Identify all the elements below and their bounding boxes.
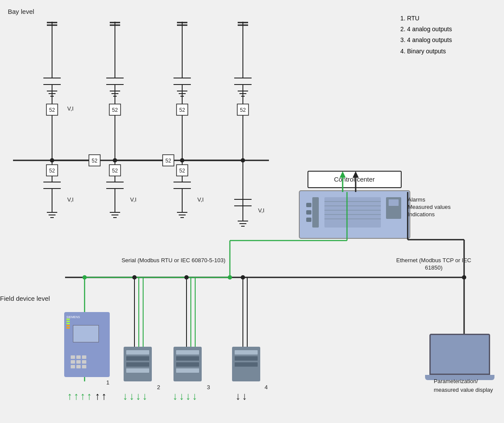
legend-item-3: 3. 4 analog outputs <box>400 35 452 46</box>
svg-text:52: 52 <box>179 107 185 113</box>
svg-rect-115 <box>306 218 311 222</box>
svg-rect-10 <box>46 104 58 115</box>
legend: 1. RTU 2. 4 analog outputs 3. 4 analog o… <box>400 13 452 57</box>
svg-rect-61 <box>177 104 188 115</box>
legend-item-2: 2. 4 analog outputs <box>400 24 452 35</box>
device-4-arrows: ↓ ↓ <box>236 390 247 402</box>
svg-marker-121 <box>353 171 359 178</box>
legend-item-1: 1. RTU <box>400 13 452 24</box>
svg-text:52: 52 <box>179 168 185 174</box>
device-1-rtu: SIEMENS <box>64 312 110 377</box>
device-4-module <box>232 347 260 381</box>
arrow-up-3: ↑ <box>80 390 85 402</box>
svg-rect-116 <box>308 171 401 188</box>
svg-text:52: 52 <box>240 107 246 113</box>
svg-rect-33 <box>109 104 121 115</box>
svg-marker-119 <box>340 171 346 178</box>
svg-text:Alarms: Alarms <box>408 196 425 203</box>
svg-rect-43 <box>109 165 121 176</box>
laptop-screen <box>429 334 490 375</box>
svg-point-40 <box>50 158 54 163</box>
main-canvas: Bay level 1. RTU 2. 4 analog outputs 3. … <box>0 0 504 423</box>
svg-rect-66 <box>163 155 174 166</box>
svg-text:52: 52 <box>92 158 98 164</box>
svg-text:V,I: V,I <box>197 196 204 203</box>
device-4-label: 4 <box>265 384 268 390</box>
legend-item-4: 4. Binary outputs <box>400 46 452 57</box>
svg-text:61850): 61850) <box>425 264 442 271</box>
arrow-up-5: ↑ <box>95 390 100 402</box>
arrow-down-g6: ↓ <box>179 390 184 402</box>
svg-rect-105 <box>324 197 381 228</box>
svg-rect-104 <box>312 197 319 228</box>
device-1-label: 1 <box>106 379 109 386</box>
arrow-up-2: ↑ <box>74 390 79 402</box>
svg-text:52: 52 <box>112 107 118 113</box>
svg-point-68 <box>180 158 184 163</box>
svg-text:52: 52 <box>112 168 118 174</box>
arrow-down-g4: ↓ <box>142 390 147 402</box>
bay-level-label: Bay level <box>8 8 34 15</box>
device-3-label: 3 <box>207 384 210 390</box>
svg-point-41 <box>113 158 117 163</box>
arrow-down-g3: ↓ <box>136 390 141 402</box>
svg-text:Ethernet (Modbus TCP or IEC: Ethernet (Modbus TCP or IEC <box>396 257 471 264</box>
svg-point-145 <box>184 275 189 280</box>
svg-text:Measured values: Measured values <box>408 204 451 210</box>
svg-text:Serial (Modbus RTU or IEC 6087: Serial (Modbus RTU or IEC 60870-5-103) <box>121 257 226 264</box>
svg-point-141 <box>132 275 137 280</box>
arrow-up-6: ↑ <box>101 390 107 402</box>
device-2-module <box>124 347 152 381</box>
svg-point-152 <box>228 275 232 280</box>
svg-rect-113 <box>306 203 311 207</box>
svg-rect-114 <box>306 210 311 215</box>
svg-text:Indications: Indications <box>408 211 435 218</box>
svg-rect-88 <box>237 104 249 115</box>
svg-rect-70 <box>177 165 188 176</box>
svg-point-93 <box>241 158 245 163</box>
svg-point-137 <box>462 275 466 280</box>
device-2-arrows: ↓ ↓ ↓ ↓ <box>123 390 147 402</box>
field-level-label: Field device level <box>0 295 50 302</box>
arrow-down-b1: ↓ <box>236 390 241 402</box>
svg-text:V,I: V,I <box>67 105 74 112</box>
svg-text:V,I: V,I <box>258 207 265 214</box>
svg-text:52: 52 <box>49 107 55 113</box>
arrow-up-1: ↑ <box>67 390 72 402</box>
rtu-screen <box>73 325 99 342</box>
svg-rect-111 <box>386 197 401 219</box>
rtu-leds <box>66 319 70 329</box>
svg-text:52: 52 <box>49 168 55 174</box>
siemens-label: SIEMENS <box>66 316 80 319</box>
arrow-down-g7: ↓ <box>186 390 191 402</box>
svg-text:V,I: V,I <box>67 196 74 203</box>
arrow-down-g2: ↓ <box>129 390 134 402</box>
svg-point-151 <box>82 275 87 280</box>
module-slots-2 <box>124 347 152 376</box>
svg-rect-38 <box>89 155 100 166</box>
svg-rect-15 <box>46 165 58 176</box>
laptop-label: Parameterization/ measured value display <box>434 377 504 394</box>
svg-text:Control center: Control center <box>334 176 375 183</box>
device-2-label: 2 <box>157 384 160 390</box>
device-3-arrows: ↓ ↓ ↓ ↓ <box>173 390 197 402</box>
arrow-down-g5: ↓ <box>173 390 178 402</box>
module-slots-3 <box>173 347 202 376</box>
svg-point-149 <box>241 275 245 280</box>
arrow-down-g1: ↓ <box>123 390 128 402</box>
svg-rect-103 <box>299 191 410 238</box>
svg-text:52: 52 <box>165 158 171 164</box>
svg-rect-112 <box>389 199 399 206</box>
rtu-keypad <box>71 355 86 368</box>
arrow-up-4: ↑ <box>87 390 92 402</box>
arrow-down-b2: ↓ <box>242 390 247 402</box>
laptop <box>425 334 494 380</box>
device-3-module <box>173 347 202 381</box>
module-slots-4 <box>232 347 260 370</box>
arrow-down-g8: ↓ <box>192 390 197 402</box>
svg-text:V,I: V,I <box>130 196 137 203</box>
device-1-arrows: ↑ ↑ ↑ ↑ ↑ ↑ <box>67 390 107 402</box>
